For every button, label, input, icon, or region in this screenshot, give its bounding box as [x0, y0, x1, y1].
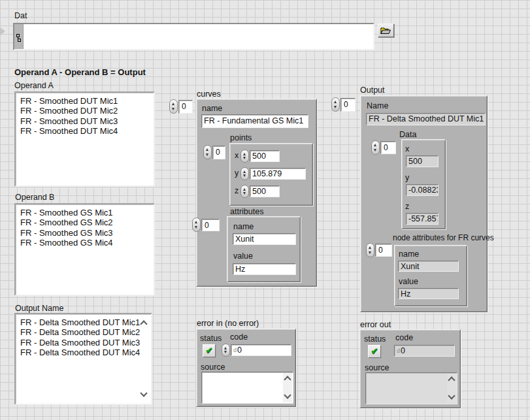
error-in-code-field[interactable]: d0: [231, 344, 291, 356]
node-attributes-index-spinner[interactable]: [366, 243, 374, 257]
data-z-label: z: [405, 202, 409, 211]
data-y-label: y: [405, 173, 409, 182]
point-x-field[interactable]: 500: [250, 150, 280, 162]
operand-a-listbox[interactable]: FR - Smoothed DUT Mic1FR - Smoothed DUT …: [14, 91, 155, 187]
section-title: Operand A - Operand B = Output: [14, 67, 146, 77]
data-index-value[interactable]: 0: [380, 141, 396, 154]
output-name-field: FR - Delta Smoothed DUT Mic1: [366, 113, 486, 125]
output-label: Output: [360, 86, 385, 95]
operand-b-label: Operand B: [15, 193, 54, 202]
point-y-field[interactable]: 105.879: [250, 168, 306, 180]
panel-edge-arrow: [0, 27, 5, 35]
node-attribute-value-label: value: [399, 277, 418, 286]
curves-index-value[interactable]: 0: [178, 100, 193, 114]
error-out-code-label: code: [395, 333, 413, 342]
output-name-label: Output Name: [15, 304, 63, 313]
error-in-label: error in (no error): [197, 319, 259, 328]
node-attributes-index-value[interactable]: 0: [375, 244, 392, 257]
list-item[interactable]: FR - Delta Smoothed DUT Mic4: [20, 347, 151, 357]
path-control-label: Dat: [14, 11, 27, 20]
error-in-source-label: source: [201, 363, 225, 372]
radix-d-icon: d: [233, 347, 237, 353]
error-out-status-label: status: [364, 334, 386, 344]
list-item[interactable]: FR - Smoothed GS Mic1: [20, 208, 154, 218]
attribute-name-field[interactable]: Xunit: [233, 233, 296, 245]
point-x-label: x: [235, 151, 239, 160]
error-out-source-scrollbar[interactable]: [447, 374, 456, 403]
list-item[interactable]: FR - Smoothed DUT Mic4: [20, 126, 154, 136]
data-index-spinner[interactable]: [371, 140, 380, 155]
node-attribute-name-label: name: [399, 250, 419, 259]
points-index-spinner[interactable]: [203, 145, 212, 159]
attributes-index-spinner[interactable]: [192, 218, 201, 232]
node-attribute-value-field: Hz: [398, 288, 459, 299]
error-out-status-check-icon: ✔: [368, 345, 381, 358]
output-name-field-label: Name: [367, 101, 388, 110]
data-x-label: x: [405, 144, 409, 153]
list-item[interactable]: FR - Smoothed DUT Mic1: [20, 96, 154, 106]
path-type-strip: [14, 24, 24, 49]
curves-index-spinner[interactable]: [169, 99, 178, 114]
data-label: Data: [399, 130, 416, 139]
points-label: points: [230, 133, 252, 142]
scroll-down-icon[interactable]: [284, 391, 291, 398]
error-in-code-label: code: [230, 332, 248, 342]
list-item[interactable]: FR - Smoothed DUT Mic3: [20, 116, 154, 126]
node-attributes-label: node attributes for FR curves: [393, 233, 494, 242]
radix-d-icon: d: [397, 347, 400, 354]
node-attribute-name-field: Xunit: [398, 261, 459, 272]
operand-b-listbox[interactable]: FR - Smoothed GS Mic1FR - Smoothed GS Mi…: [14, 203, 155, 296]
scroll-up-icon[interactable]: [448, 376, 455, 383]
error-out-source-field: [365, 372, 457, 404]
curve-name-field[interactable]: FR - Fundamental GS Mic1: [201, 114, 308, 128]
point-y-spinner[interactable]: [240, 167, 249, 180]
error-out-code-field: d0: [394, 345, 455, 357]
operand-a-label: Operand A: [14, 81, 54, 90]
point-y-label: y: [235, 169, 239, 178]
point-z-label: z: [235, 186, 239, 195]
attribute-name-label: name: [233, 222, 254, 231]
error-out-code-value: 0: [401, 346, 405, 355]
curve-name-label: name: [202, 104, 222, 113]
list-item[interactable]: FR - Smoothed GS Mic4: [20, 238, 154, 248]
output-index-value[interactable]: 0: [340, 98, 356, 112]
error-out-label: error out: [360, 320, 391, 329]
curves-label: curves: [197, 89, 221, 99]
output-index-spinner[interactable]: [331, 97, 340, 112]
attribute-value-label: value: [233, 251, 253, 261]
data-x-field: 500: [406, 155, 439, 167]
error-in-code-spinner[interactable]: [222, 344, 230, 357]
error-out-source-label: source: [365, 363, 389, 372]
list-item[interactable]: FR - Smoothed DUT Mic2: [20, 106, 154, 116]
scroll-up-icon[interactable]: [284, 376, 291, 383]
error-in-status-label: status: [200, 334, 222, 343]
open-folder-icon: [380, 25, 391, 37]
error-in-status-check-icon[interactable]: ✔: [203, 344, 216, 357]
points-index-value[interactable]: 0: [212, 146, 225, 159]
attributes-label: attributes: [230, 207, 263, 216]
error-in-source-scrollbar[interactable]: [283, 373, 292, 402]
path-input[interactable]: [13, 23, 374, 50]
list-item[interactable]: FR - Smoothed GS Mic2: [20, 218, 154, 227]
attribute-value-field[interactable]: Hz: [233, 263, 296, 275]
error-in-code-value: 0: [237, 346, 242, 355]
scroll-down-icon[interactable]: [448, 392, 455, 399]
data-y-field: -0.08823: [406, 184, 439, 196]
path-icon: [16, 33, 22, 45]
point-z-spinner[interactable]: [240, 185, 249, 198]
point-z-field[interactable]: 500: [250, 186, 280, 197]
point-x-spinner[interactable]: [240, 150, 249, 163]
list-item[interactable]: FR - Smoothed GS Mic3: [20, 228, 154, 238]
output-name-listbox[interactable]: FR - Delta Smoothed DUT Mic1FR - Delta S…: [14, 313, 152, 405]
data-z-field: -557.857: [406, 213, 439, 225]
browse-button[interactable]: [378, 24, 394, 37]
list-item[interactable]: FR - Delta Smoothed DUT Mic1: [20, 317, 151, 327]
list-item[interactable]: FR - Delta Smoothed DUT Mic3: [20, 338, 151, 347]
error-in-source-field[interactable]: [201, 372, 293, 404]
list-item[interactable]: FR - Delta Smoothed DUT Mic2: [20, 327, 151, 337]
scroll-down-icon[interactable]: [140, 389, 147, 396]
attributes-index-value[interactable]: 0: [201, 219, 220, 231]
